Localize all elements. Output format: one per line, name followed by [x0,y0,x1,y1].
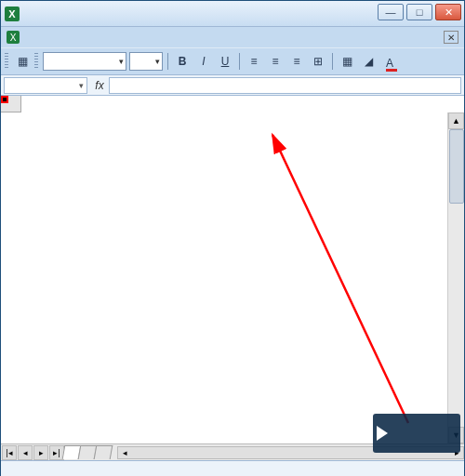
menu-view[interactable] [44,35,51,39]
align-left-button[interactable]: ≡ [245,52,263,71]
menu-file[interactable] [25,35,33,39]
excel-doc-icon[interactable]: X [7,31,20,44]
scroll-thumb[interactable] [449,129,464,204]
select-all-corner[interactable] [1,96,21,112]
name-box[interactable] [4,77,87,94]
play-icon [377,426,388,441]
close-button[interactable]: ✕ [435,4,461,20]
align-right-button[interactable]: ≡ [287,52,306,71]
menu-format[interactable] [62,35,70,39]
window-controls: — □ ✕ [378,4,461,20]
italic-button[interactable]: I [194,52,213,71]
borders-button[interactable]: ▦ [338,52,356,71]
tab-nav-first[interactable]: |◂ [2,445,17,460]
toolbar-handle-2[interactable] [34,53,38,70]
formula-bar: fx [1,75,464,96]
toolbar-handle[interactable] [5,53,8,70]
tool-button-1[interactable]: ▦ [13,52,32,71]
excel-window: X — □ ✕ X ✕ ▦ B I U ≡ [0,0,465,476]
fill-color-button[interactable]: ◢ [359,52,378,71]
toolbars: ▦ B I U ≡ ≡ ≡ ⊞ ▦ ◢ A [1,47,464,75]
menu-edit[interactable] [34,35,42,39]
maximize-button[interactable]: □ [406,4,432,20]
cells-area[interactable] [21,112,447,443]
tab-nav-next[interactable]: ▸ [33,445,48,460]
menu-help[interactable] [100,35,107,39]
scroll-up-button[interactable]: ▲ [448,112,464,129]
watermark-badge [373,414,460,453]
font-color-button[interactable]: A [380,52,399,71]
menubar: X ✕ [1,27,464,47]
vertical-scrollbar[interactable]: ▲ ▼ [447,112,464,443]
excel-app-icon: X [5,7,20,21]
formula-input[interactable] [109,77,461,94]
row-headers [1,112,21,443]
menu-insert[interactable] [53,35,60,39]
menu-data[interactable] [81,35,88,39]
column-headers [21,96,447,112]
titlebar: X — □ ✕ [1,1,464,27]
fx-icon[interactable]: fx [90,77,109,94]
doc-close-button[interactable]: ✕ [444,31,458,44]
tab-nav-prev[interactable]: ◂ [18,445,33,460]
menu-window[interactable] [90,35,98,39]
sheet-tab-3[interactable] [94,445,113,459]
merge-button[interactable]: ⊞ [309,52,327,71]
minimize-button[interactable]: — [378,4,404,20]
align-center-button[interactable]: ≡ [266,52,285,71]
font-name-select[interactable] [43,52,126,71]
font-size-select[interactable] [129,52,163,71]
menu-tools[interactable] [72,35,79,39]
status-bar [1,460,464,476]
underline-button[interactable]: U [216,52,234,71]
bold-button[interactable]: B [173,52,192,71]
spreadsheet-grid: ▲ ▼ [1,96,464,443]
